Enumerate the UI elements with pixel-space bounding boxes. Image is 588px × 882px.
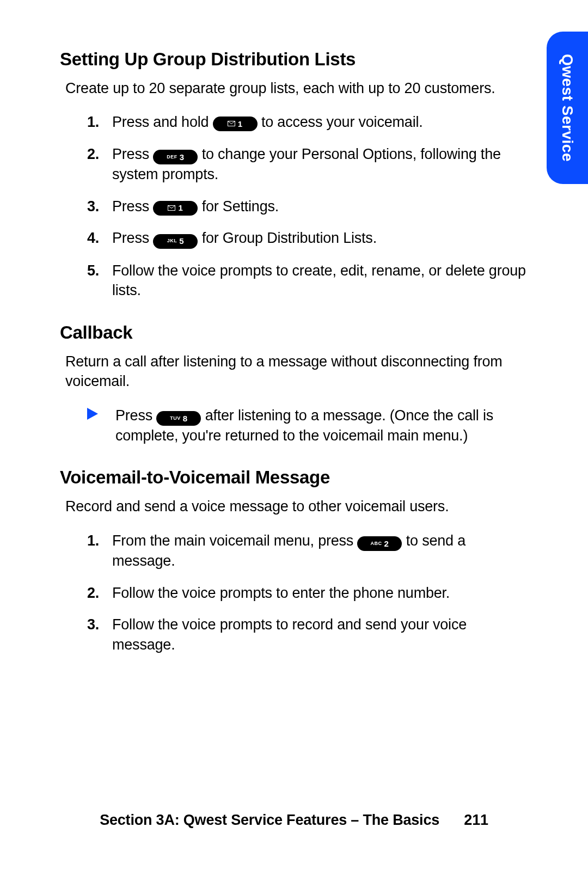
phone-key-icon: ABC2 xyxy=(357,536,402,551)
step-text-pre: Press and hold xyxy=(112,114,213,130)
intro-group-distribution: Create up to 20 separate group lists, ea… xyxy=(65,78,528,98)
phone-key-icon: 1 xyxy=(213,117,258,131)
step-text-pre: From the main voicemail menu, press xyxy=(112,532,357,549)
steps-vm-to-vm: 1. From the main voicemail menu, press A… xyxy=(60,531,528,654)
manual-page: Qwest Service Setting Up Group Distribut… xyxy=(0,0,588,882)
step-text-post: for Settings. xyxy=(198,198,279,215)
bullet-list-callback: Press TUV8 after listening to a message.… xyxy=(85,406,528,446)
step-item: 2. Follow the voice prompts to enter the… xyxy=(87,583,528,603)
step-number: 1. xyxy=(87,531,99,550)
key-digit: 2 xyxy=(384,540,389,548)
step-text: Follow the voice prompts to enter the ph… xyxy=(112,585,450,601)
step-text-pre: Press xyxy=(112,146,153,162)
heading-group-distribution: Setting Up Group Distribution Lists xyxy=(60,49,528,70)
step-number: 2. xyxy=(87,144,99,164)
phone-key-icon: JKL5 xyxy=(153,234,198,249)
step-text-post: for Group Distribution Lists. xyxy=(198,230,377,246)
bullet-item: Press TUV8 after listening to a message.… xyxy=(85,406,528,446)
step-item: 2. Press DEF3 to change your Personal Op… xyxy=(87,144,528,185)
step-number: 1. xyxy=(87,112,99,132)
key-letters: ABC xyxy=(371,541,382,546)
key-letters: TUV xyxy=(170,416,181,421)
step-text-pre: Press xyxy=(112,198,153,215)
intro-vm-to-vm: Record and send a voice message to other… xyxy=(65,497,528,516)
bullet-text-pre: Press xyxy=(115,407,156,424)
heading-vm-to-vm: Voicemail-to-Voicemail Message xyxy=(60,467,528,488)
phone-key-icon: TUV8 xyxy=(156,411,201,426)
step-text: Follow the voice prompts to record and s… xyxy=(112,616,467,652)
footer-section-label: Section 3A: Qwest Service Features – The… xyxy=(100,812,439,828)
key-digit: 8 xyxy=(183,414,188,422)
step-text-post: to access your voicemail. xyxy=(258,114,423,130)
steps-group-distribution: 1. Press and hold 1 to access your voice… xyxy=(60,112,528,300)
step-item: 1. From the main voicemail menu, press A… xyxy=(87,531,528,571)
step-number: 3. xyxy=(87,615,99,634)
step-text-pre: Press xyxy=(112,230,153,246)
side-tab-label: Qwest Service xyxy=(559,54,576,162)
intro-callback: Return a call after listening to a messa… xyxy=(65,352,528,391)
key-letters: DEF xyxy=(167,155,177,160)
step-text: Follow the voice prompts to create, edit… xyxy=(112,262,526,298)
key-digit: 5 xyxy=(179,237,184,245)
page-number: 211 xyxy=(464,812,488,828)
key-digit: 1 xyxy=(238,120,243,128)
key-digit: 1 xyxy=(178,204,183,212)
step-item: 3. Follow the voice prompts to record an… xyxy=(87,615,528,654)
phone-key-icon: DEF3 xyxy=(153,150,198,164)
phone-key-icon: 1 xyxy=(153,201,198,216)
step-item: 3. Press 1 for Settings. xyxy=(87,197,528,216)
heading-callback: Callback xyxy=(60,322,528,343)
page-footer: Section 3A: Qwest Service Features – The… xyxy=(0,812,588,829)
triangle-bullet-icon xyxy=(87,408,98,420)
step-number: 5. xyxy=(87,261,99,280)
key-letters: JKL xyxy=(167,238,177,243)
step-number: 2. xyxy=(87,583,99,603)
step-item: 5. Follow the voice prompts to create, e… xyxy=(87,261,528,301)
key-digit: 3 xyxy=(180,153,185,161)
step-item: 4. Press JKL5 for Group Distribution Lis… xyxy=(87,228,528,249)
step-number: 4. xyxy=(87,228,99,248)
step-item: 1. Press and hold 1 to access your voice… xyxy=(87,112,528,132)
side-tab: Qwest Service xyxy=(547,32,588,184)
step-number: 3. xyxy=(87,197,99,216)
